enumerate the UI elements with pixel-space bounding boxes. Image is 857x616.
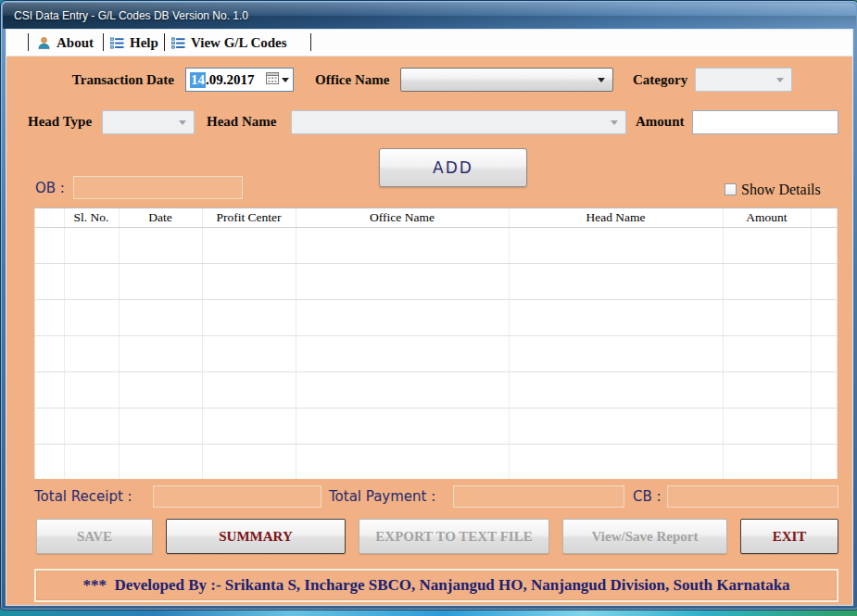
table-cell [119, 264, 202, 300]
table-cell [119, 336, 202, 372]
table-cell [296, 372, 509, 409]
table-row[interactable] [35, 372, 837, 409]
transaction-date-label: Transaction Date [67, 72, 174, 88]
desktop: CSI Data Entry - G/L Codes DB Version No… [0, 0, 857, 616]
transaction-date-picker[interactable]: 14.09.2017 [185, 68, 294, 92]
table-cell [202, 372, 296, 409]
calendar-icon[interactable] [266, 72, 279, 88]
menu-item-view-gl-codes[interactable]: View G/L Codes [171, 30, 287, 56]
table-cell [723, 336, 811, 372]
table-cell [35, 336, 64, 372]
table-cell [509, 264, 723, 300]
table-cell [811, 445, 837, 480]
show-details-checkbox[interactable] [725, 183, 737, 195]
table-cell [35, 409, 64, 445]
table-cell [202, 409, 296, 445]
table-cell [723, 300, 811, 336]
table-row[interactable] [35, 300, 837, 336]
developer-credit-text: *** Developed By :- Srikanta S, Incharge… [82, 576, 789, 595]
list-icon [171, 36, 185, 50]
table-cell [64, 336, 119, 372]
table-cell [509, 300, 723, 336]
col-profit-center[interactable]: Profit Center [202, 208, 296, 228]
table-body [35, 228, 837, 480]
client-area: About Help View G/L Codes [6, 29, 853, 606]
menu-item-label: View G/L Codes [191, 35, 287, 51]
col-spacer [811, 208, 837, 228]
total-payment-field [453, 485, 624, 508]
head-name-label: Head Name [207, 114, 276, 130]
head-type-label: Head Type [28, 114, 92, 130]
table-row[interactable] [35, 445, 837, 480]
chevron-down-icon[interactable] [282, 78, 289, 82]
table-row[interactable] [35, 409, 837, 445]
show-details-label: Show Details [741, 182, 821, 198]
app-window: CSI Data Entry - G/L Codes DB Version No… [0, 0, 857, 610]
col-row-selector[interactable] [35, 208, 64, 228]
chevron-down-icon [179, 120, 186, 125]
table-cell [296, 300, 509, 336]
table-cell [811, 300, 837, 336]
title-bar[interactable]: CSI Data Entry - G/L Codes DB Version No… [3, 3, 856, 29]
table-cell [64, 228, 119, 264]
amount-label: Amount [636, 114, 685, 130]
table-cell [202, 264, 296, 300]
table-cell [723, 409, 811, 445]
table-row[interactable] [35, 336, 837, 372]
table-cell [35, 300, 64, 336]
table-cell [64, 300, 119, 336]
view-save-report-button: View/Save Report [562, 519, 727, 554]
date-rest-segment: .09.2017 [206, 72, 255, 88]
category-label: Category [633, 72, 687, 88]
menu-separator [310, 33, 311, 51]
category-select [695, 68, 792, 92]
col-amount[interactable]: Amount [723, 208, 811, 228]
table-cell [509, 372, 723, 409]
table-cell [202, 300, 296, 336]
menu-item-label: Help [130, 35, 158, 51]
table-cell [119, 300, 202, 336]
menu-item-help[interactable]: Help [110, 30, 158, 56]
table-row[interactable] [35, 228, 837, 264]
total-payment-label: Total Payment : [329, 488, 435, 505]
chevron-down-icon [598, 78, 605, 82]
table-cell [811, 264, 837, 300]
exit-button[interactable]: EXIT [740, 519, 838, 554]
table-cell [35, 372, 64, 409]
table-row[interactable] [35, 264, 837, 300]
col-office-name[interactable]: Office Name [296, 208, 509, 228]
table-cell [202, 228, 296, 264]
table-cell [64, 445, 119, 480]
table-cell [202, 336, 296, 372]
table-cell [64, 409, 119, 445]
entries-table[interactable]: Sl. No. Date Profit Center Office Name H… [35, 208, 838, 479]
table-cell [811, 336, 837, 372]
col-sl-no[interactable]: Sl. No. [64, 208, 119, 228]
table-cell [296, 336, 509, 372]
table-cell [811, 409, 837, 445]
summary-button[interactable]: SUMMARY [166, 519, 346, 554]
list-icon [110, 36, 124, 50]
office-name-label: Office Name [315, 72, 389, 88]
col-date[interactable]: Date [119, 208, 202, 228]
table-cell [509, 409, 723, 445]
table-header-row: Sl. No. Date Profit Center Office Name H… [35, 208, 837, 228]
table-cell [296, 264, 509, 300]
add-button[interactable]: ADD [379, 148, 527, 187]
office-name-select[interactable] [400, 68, 613, 92]
export-to-text-file-button: EXPORT TO TEXT FILE [359, 519, 549, 554]
col-head-name[interactable]: Head Name [509, 208, 723, 228]
table-cell [509, 445, 723, 480]
amount-field[interactable] [692, 110, 838, 134]
table-cell [811, 372, 837, 409]
menu-separator [28, 33, 29, 51]
table-cell [119, 372, 202, 409]
table-cell [811, 228, 837, 264]
table-cell [723, 372, 811, 409]
cb-field [667, 485, 838, 508]
ob-label: OB : [35, 180, 65, 196]
table-cell [723, 228, 811, 264]
table-cell [296, 409, 509, 445]
menu-item-about[interactable]: About [37, 30, 94, 56]
table-cell [64, 264, 119, 300]
